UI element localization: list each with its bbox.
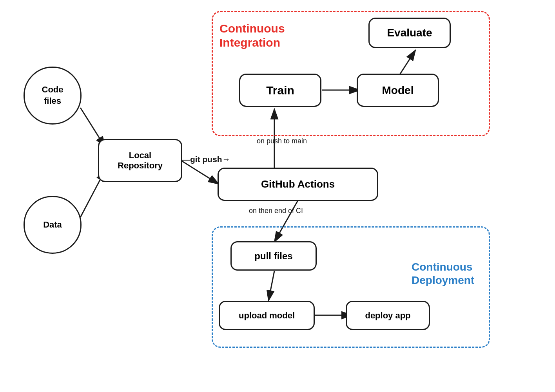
local-repository-label: Local Repository [118,150,163,171]
deploy-app-label: deploy app [365,311,410,321]
on-push-label: on push to main [257,137,307,145]
github-actions-node: GitHub Actions [218,168,378,201]
svg-line-4 [181,161,219,184]
model-node: Model [357,74,439,107]
local-repository-node: Local Repository [98,139,182,182]
data-label: Data [43,219,62,231]
data-node: Data [24,196,82,254]
pull-files-label: pull files [254,251,292,262]
cd-label: Continuous Deployment [412,260,474,287]
deploy-app-node: deploy app [346,301,430,330]
train-node: Train [239,74,321,107]
code-files-label: Code files [42,84,63,107]
evaluate-node: Evaluate [368,18,451,48]
model-label: Model [382,84,414,97]
diagram-container: Continuous Integration Continuous Deploy… [0,0,555,392]
git-push-label: —git push→ [182,155,230,164]
on-end-ci-label: on then end of CI [249,207,303,215]
ci-label: Continuous Integration [219,22,285,50]
upload-model-label: upload model [239,311,295,321]
train-label: Train [266,84,294,97]
evaluate-label: Evaluate [387,27,432,39]
upload-model-node: upload model [219,301,315,330]
pull-files-node: pull files [230,241,317,271]
code-files-node: Code files [24,67,82,125]
github-actions-label: GitHub Actions [261,178,335,190]
